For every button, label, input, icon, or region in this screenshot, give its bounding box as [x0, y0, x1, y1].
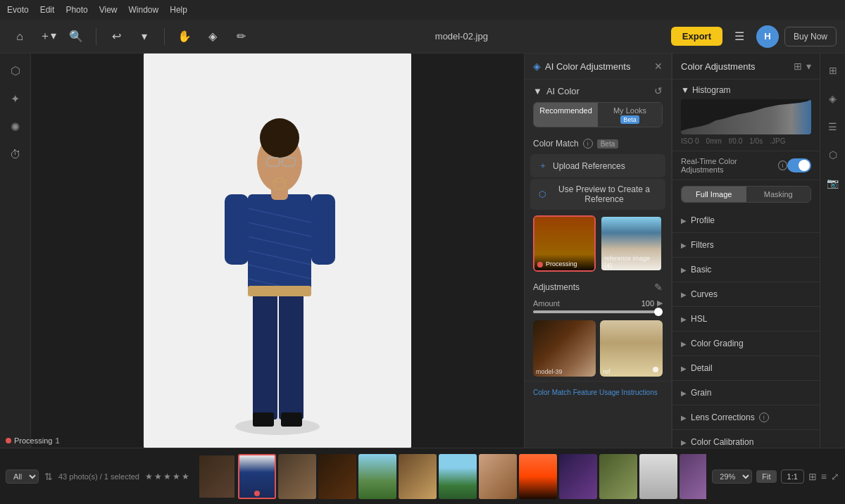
star-5[interactable]: ★: [182, 472, 189, 481]
realtime-toggle[interactable]: [787, 158, 811, 172]
undo-history-button[interactable]: ▾: [133, 25, 156, 48]
menu-window[interactable]: Window: [129, 5, 159, 15]
film-thumb-8[interactable]: [479, 454, 517, 499]
ai-color-label: AI Color: [546, 86, 580, 96]
lens-info-icon[interactable]: i: [759, 412, 769, 422]
right-icon-5[interactable]: 📷: [822, 172, 844, 194]
filter-select[interactable]: All: [6, 470, 39, 484]
hsl-header[interactable]: ▶ HSL: [672, 307, 820, 331]
histogram-section: ▼ Histogram: [672, 80, 820, 151]
detail-header[interactable]: ▶ Detail: [672, 356, 820, 380]
panel-expand-button[interactable]: ▾: [806, 61, 811, 72]
preview-item-1[interactable]: model-39: [533, 320, 596, 377]
histogram-canvas: [681, 99, 811, 134]
star-2[interactable]: ★: [154, 472, 162, 481]
panel-grid-button[interactable]: ⊞: [794, 61, 802, 72]
ai-color-toggle[interactable]: ▼ AI Color: [533, 86, 580, 96]
adjustments-title: Adjustments: [533, 282, 580, 292]
amount-slider[interactable]: [533, 310, 663, 313]
right-icon-3[interactable]: ☰: [822, 115, 844, 138]
star-4[interactable]: ★: [173, 472, 180, 481]
edit-adjustments-button[interactable]: ✎: [654, 282, 663, 293]
search-button[interactable]: 🔍: [65, 25, 87, 48]
color-match-info-icon[interactable]: i: [583, 139, 593, 149]
film-thumb-1[interactable]: [198, 454, 236, 499]
menu-evoto[interactable]: Evoto: [7, 5, 29, 15]
hsl-chevron: ▶: [681, 315, 687, 323]
canvas-image: [144, 53, 411, 448]
reference-item-1[interactable]: Processing: [533, 215, 596, 272]
profile-text: Profile: [691, 215, 715, 225]
film-thumb-6[interactable]: [399, 454, 437, 499]
menu-view[interactable]: View: [99, 5, 118, 15]
brush-button[interactable]: ◈: [201, 25, 224, 48]
view-masking[interactable]: Masking: [746, 187, 811, 202]
menu-edit[interactable]: Edit: [40, 5, 55, 15]
star-3[interactable]: ★: [163, 472, 171, 481]
film-thumb-5[interactable]: [358, 454, 396, 499]
film-thumb-4[interactable]: [318, 454, 356, 499]
view-full-image[interactable]: Full Image: [682, 187, 746, 202]
film-thumb-2[interactable]: [238, 454, 276, 499]
menu-help[interactable]: Help: [170, 5, 187, 15]
profile-header[interactable]: ▶ Profile: [672, 208, 820, 232]
tab-recommended[interactable]: Recommended: [534, 103, 598, 127]
film-thumb-7[interactable]: [439, 454, 477, 499]
right-icon-4[interactable]: ⬡: [822, 144, 844, 166]
profile-icon-button[interactable]: ☰: [728, 25, 751, 48]
grid-view-button[interactable]: ⊞: [808, 471, 817, 482]
menu-photo[interactable]: Photo: [65, 5, 87, 15]
expand-view-button[interactable]: ⤢: [831, 471, 839, 482]
film-thumb-10[interactable]: [559, 454, 597, 499]
sidebar-icon-adjust[interactable]: ✦: [4, 87, 27, 110]
ai-panel-header: ◈ AI Color Adjustments ✕: [525, 53, 671, 80]
film-thumb-11[interactable]: [599, 454, 637, 499]
avatar-button[interactable]: H: [756, 25, 779, 48]
slider-thumb[interactable]: [654, 308, 663, 316]
film-thumb-9[interactable]: [519, 454, 557, 499]
filters-header[interactable]: ▶ Filters: [672, 233, 820, 257]
upload-references-button[interactable]: ＋ Upload References: [530, 154, 665, 177]
film-thumb-13[interactable]: [680, 454, 706, 499]
use-preview-button[interactable]: ⬡ Use Preview to Create a Reference: [530, 179, 665, 210]
section-reset-button[interactable]: ↺: [654, 85, 663, 96]
grain-header[interactable]: ▶ Grain: [672, 381, 820, 405]
pan-button[interactable]: ✋: [173, 25, 196, 48]
film-thumb-3[interactable]: [278, 454, 316, 499]
tab-my-looks[interactable]: My Looks Beta: [598, 103, 662, 127]
sidebar-icon-history[interactable]: ⏱: [4, 144, 27, 166]
preview-item-2[interactable]: ref: [600, 320, 663, 377]
fit-button[interactable]: Fit: [756, 470, 776, 483]
realtime-text: Real-Time Color Adjustments: [681, 157, 775, 174]
home-button[interactable]: ⌂: [8, 25, 31, 48]
right-icon-1[interactable]: ⊞: [822, 59, 844, 82]
add-button[interactable]: ＋▾: [37, 25, 59, 48]
usage-instructions-link[interactable]: Color Match Feature Usage Instructions: [533, 389, 658, 396]
list-view-button[interactable]: ≡: [821, 471, 827, 482]
reference-item-2[interactable]: reference image (4): [600, 215, 663, 272]
film-thumb-12[interactable]: [639, 454, 677, 499]
lens-corrections-header[interactable]: ▶ Lens Corrections i: [672, 405, 820, 429]
processing-status: Processing 1: [6, 436, 60, 445]
histogram-title[interactable]: ▼ Histogram: [681, 85, 811, 95]
basic-section: ▶ Basic: [672, 258, 820, 282]
zoom-select[interactable]: 29%: [712, 470, 752, 484]
right-icon-2[interactable]: ◈: [822, 87, 844, 110]
filters-section: ▶ Filters: [672, 233, 820, 258]
one-one-button[interactable]: 1:1: [781, 470, 804, 484]
realtime-info-icon[interactable]: i: [778, 160, 787, 170]
svg-rect-5: [281, 412, 302, 427]
ai-panel-close-button[interactable]: ✕: [654, 61, 663, 72]
sort-button[interactable]: ⇅: [44, 471, 53, 482]
color-grading-header[interactable]: ▶ Color Grading: [672, 332, 820, 355]
star-1[interactable]: ★: [145, 472, 153, 481]
sidebar-icon-layers[interactable]: ⬡: [4, 59, 27, 82]
sidebar-icon-effects[interactable]: ✺: [4, 115, 27, 138]
undo-button[interactable]: ↩: [105, 25, 127, 48]
basic-header[interactable]: ▶ Basic: [672, 258, 820, 282]
buy-now-button[interactable]: Buy Now: [784, 27, 837, 46]
curves-header[interactable]: ▶ Curves: [672, 282, 820, 306]
pencil-button[interactable]: ✏: [230, 25, 252, 48]
export-button[interactable]: Export: [671, 27, 722, 46]
color-calibration-header[interactable]: ▶ Color Calibration: [672, 430, 820, 448]
